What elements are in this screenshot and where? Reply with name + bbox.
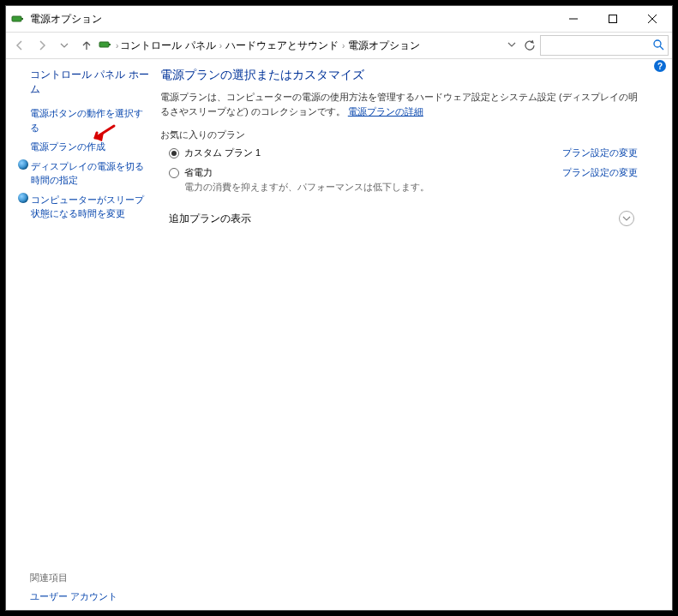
svg-rect-0 (12, 16, 21, 21)
plan-details-link[interactable]: 電源プランの詳細 (348, 106, 423, 117)
chevron-down-icon[interactable] (507, 40, 516, 51)
sidebar-link-power-button[interactable]: 電源ボタンの動作を選択する (30, 106, 152, 135)
breadcrumb-item[interactable]: 電源オプション (348, 39, 420, 53)
page-title: 電源プランの選択またはカスタマイズ (160, 68, 638, 83)
svg-line-4 (648, 15, 657, 23)
chevron-down-icon[interactable] (619, 211, 634, 226)
svg-rect-1 (21, 18, 23, 20)
sidebar-bottom: 関連項目 ユーザー アカウント (30, 571, 152, 604)
maximize-button[interactable] (593, 6, 633, 32)
breadcrumb: コントロール パネル › ハードウェアとサウンド › 電源オプション (120, 39, 506, 53)
breadcrumb-item[interactable]: コントロール パネル (120, 39, 215, 53)
search-input[interactable] (540, 35, 669, 56)
plan-description: 電力の消費を抑えますが、パフォーマンスは低下します。 (184, 181, 429, 194)
bullet-icon (18, 193, 28, 203)
search-icon (652, 39, 664, 53)
battery-icon (11, 12, 25, 26)
battery-icon (99, 38, 114, 53)
additional-plans-label: 追加プランの表示 (169, 212, 251, 226)
sidebar-link-display-off[interactable]: ディスプレイの電源を切る時間の指定 (31, 159, 152, 188)
chevron-right-icon[interactable]: › (116, 41, 118, 51)
favorite-plans-label: お気に入りのプラン (160, 129, 638, 141)
svg-line-5 (648, 15, 657, 23)
nav-up-button[interactable] (76, 35, 97, 56)
body-area: コントロール パネル ホーム 電源ボタンの動作を選択する 電源プランの作成 ディ… (6, 59, 672, 610)
window-title: 電源オプション (30, 12, 554, 27)
svg-point-8 (654, 40, 661, 47)
address-bar-end (507, 37, 538, 54)
nav-recent-button[interactable] (54, 35, 75, 56)
plan-name[interactable]: カスタム プラン 1 (184, 147, 261, 159)
page-description: 電源プランは、コンピューターの電源の使用方法を管理するハードウェア設定とシステム… (160, 90, 638, 118)
arrow-annotation (92, 124, 116, 146)
svg-rect-7 (109, 44, 111, 45)
chevron-right-icon: › (342, 41, 345, 51)
change-plan-settings-link[interactable]: プラン設定の変更 (562, 147, 638, 159)
svg-rect-3 (609, 15, 617, 23)
sidebar-link-user-accounts[interactable]: ユーザー アカウント (30, 591, 117, 601)
control-panel-home-link[interactable]: コントロール パネル ホーム (30, 68, 152, 97)
plan-row: カスタム プラン 1 プラン設定の変更 (160, 147, 638, 159)
plan-row: 省電力 電力の消費を抑えますが、パフォーマンスは低下します。 プラン設定の変更 (160, 166, 638, 194)
nav-back-button[interactable] (9, 35, 30, 56)
navbar: › コントロール パネル › ハードウェアとサウンド › 電源オプション (6, 32, 672, 59)
related-items-title: 関連項目 (30, 571, 152, 584)
breadcrumb-item[interactable]: ハードウェアとサウンド (225, 39, 339, 53)
chevron-right-icon: › (219, 41, 222, 51)
svg-rect-6 (99, 42, 109, 47)
additional-plans-row[interactable]: 追加プランの表示 (160, 211, 638, 226)
close-button[interactable] (633, 6, 672, 32)
sidebar: コントロール パネル ホーム 電源ボタンの動作を選択する 電源プランの作成 ディ… (6, 59, 152, 610)
plan-radio[interactable] (169, 168, 179, 178)
minimize-button[interactable] (554, 6, 593, 32)
change-plan-settings-link[interactable]: プラン設定の変更 (562, 166, 638, 179)
nav-forward-button[interactable] (32, 35, 52, 56)
sidebar-link-sleep[interactable]: コンピューターがスリープ状態になる時間を変更 (31, 193, 152, 221)
plan-name[interactable]: 省電力 (184, 166, 429, 179)
refresh-button[interactable] (521, 37, 538, 54)
svg-line-9 (660, 46, 663, 50)
bullet-icon (18, 159, 28, 170)
plan-radio[interactable] (169, 148, 179, 158)
control-panel-window: 電源オプション › コントロール パネル › ハードウェアとサウンド › 電源オ… (5, 5, 673, 611)
titlebar: 電源オプション (6, 6, 672, 32)
window-controls (554, 6, 672, 32)
sidebar-link-create-plan[interactable]: 電源プランの作成 (30, 140, 152, 154)
main-content: 電源プランの選択またはカスタマイズ 電源プランは、コンピューターの電源の使用方法… (152, 59, 672, 610)
